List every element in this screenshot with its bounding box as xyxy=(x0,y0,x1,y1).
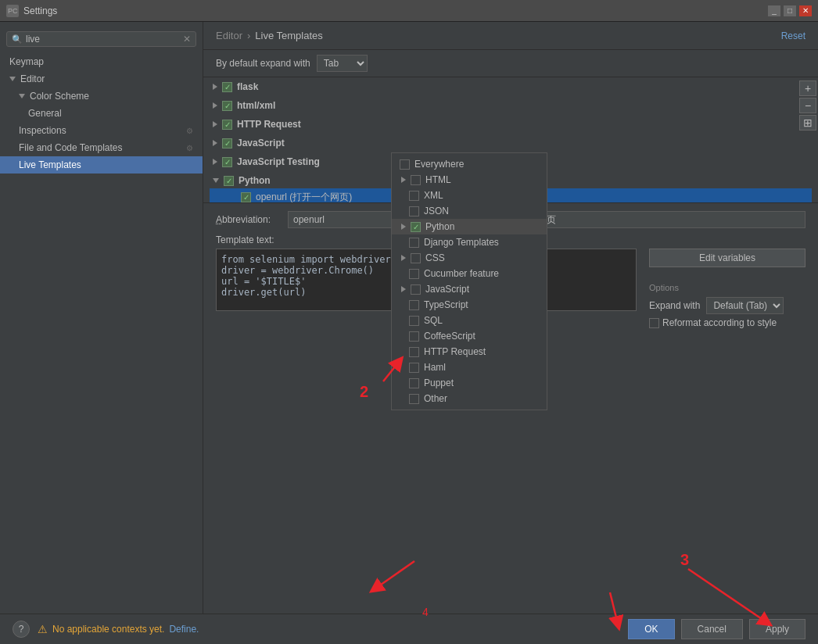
search-clear-icon[interactable]: ✕ xyxy=(183,34,191,45)
apply-button[interactable]: Apply xyxy=(749,619,805,639)
context-python[interactable]: Python xyxy=(392,219,547,234)
context-haml[interactable]: Haml xyxy=(392,360,547,375)
template-group-htmlxml: html/xml xyxy=(203,96,818,115)
collapse-icon xyxy=(213,178,219,183)
context-cucumber[interactable]: Cucumber feature xyxy=(392,266,547,281)
context-everywhere[interactable]: Everywhere xyxy=(392,156,547,172)
html-checkbox[interactable] xyxy=(411,175,421,185)
search-box[interactable]: 🔍 ✕ xyxy=(6,31,196,47)
context-sql[interactable]: SQL xyxy=(392,313,547,328)
group-name-flask: flask xyxy=(237,81,258,92)
context-typescript[interactable]: TypeScript xyxy=(392,297,547,313)
sidebar: 🔍 ✕ Keymap Editor Color Scheme General I… xyxy=(0,22,203,614)
maximize-button[interactable]: □ xyxy=(784,5,796,16)
context-coffee[interactable]: CoffeeScript xyxy=(392,328,547,344)
group-checkbox-js[interactable] xyxy=(222,138,232,148)
reset-button[interactable]: Reset xyxy=(781,30,805,41)
warning-row: ⚠ No applicable contexts yet. Define. xyxy=(38,623,199,635)
group-header-http[interactable]: HTTP Request xyxy=(210,116,812,132)
expand-icon xyxy=(401,177,406,183)
sidebar-item-keymap[interactable]: Keymap xyxy=(0,53,203,70)
context-httprequest[interactable]: HTTP Request xyxy=(392,344,547,360)
expand-select[interactable]: Tab Enter Space xyxy=(317,55,368,72)
context-popup: Everywhere HTML XML JSON Python Django T… xyxy=(391,152,547,410)
context-label-sql: SQL xyxy=(424,315,443,326)
everywhere-checkbox[interactable] xyxy=(400,159,410,170)
group-name-jstesting: JavaScript Testing xyxy=(237,156,320,167)
javascript-checkbox[interactable] xyxy=(411,284,421,295)
search-input[interactable] xyxy=(26,34,183,45)
context-label-python: Python xyxy=(425,221,454,232)
sql-checkbox[interactable] xyxy=(409,316,419,326)
group-header-flask[interactable]: flask xyxy=(210,79,812,95)
window-title: Settings xyxy=(23,5,763,16)
context-label-cucumber: Cucumber feature xyxy=(424,268,499,279)
xml-checkbox[interactable] xyxy=(409,191,419,201)
context-label-httprequest: HTTP Request xyxy=(424,346,486,357)
context-css[interactable]: CSS xyxy=(392,250,547,266)
breadcrumb-live-templates: Live Templates xyxy=(255,30,322,41)
sidebar-item-color-scheme[interactable]: Color Scheme xyxy=(0,88,203,105)
template-group-http: HTTP Request xyxy=(203,115,818,134)
json-checkbox[interactable] xyxy=(409,206,419,216)
sidebar-item-file-and-code[interactable]: File and Code Templates ⚙ xyxy=(0,139,203,156)
group-checkbox-jstesting[interactable] xyxy=(222,157,232,167)
context-other[interactable]: Other xyxy=(392,391,547,406)
add-template-button[interactable]: + xyxy=(799,80,816,96)
context-xml[interactable]: XML xyxy=(392,188,547,203)
ok-button[interactable]: OK xyxy=(628,619,674,639)
minimize-button[interactable]: _ xyxy=(768,5,780,16)
python-checkbox[interactable] xyxy=(411,222,421,232)
item-checkbox-openurl[interactable] xyxy=(241,192,251,202)
other-checkbox[interactable] xyxy=(409,394,419,404)
expand-with-row: Expand with Default (Tab) xyxy=(649,297,805,314)
sidebar-item-general[interactable]: General xyxy=(0,105,203,122)
context-label-xml: XML xyxy=(424,190,443,201)
abbreviation-input[interactable] xyxy=(288,211,397,228)
app-icon: PC xyxy=(6,5,19,17)
expand-with-select[interactable]: Default (Tab) xyxy=(706,297,784,314)
reformat-checkbox[interactable] xyxy=(649,318,659,328)
context-label-json: JSON xyxy=(424,206,449,216)
typescript-checkbox[interactable] xyxy=(409,300,419,310)
group-checkbox-htmlxml[interactable] xyxy=(222,101,232,111)
group-name-js: JavaScript xyxy=(237,138,285,148)
breadcrumb: Editor › Live Templates xyxy=(216,30,323,41)
warning-text: No applicable contexts yet. xyxy=(52,624,164,635)
close-button[interactable]: ✕ xyxy=(799,5,812,16)
django-checkbox[interactable] xyxy=(409,238,419,248)
context-html[interactable]: HTML xyxy=(392,172,547,188)
define-link[interactable]: Define. xyxy=(169,624,199,635)
group-header-js[interactable]: JavaScript xyxy=(210,135,812,151)
sidebar-item-live-templates[interactable]: Live Templates xyxy=(0,156,203,174)
context-label-django: Django Templates xyxy=(424,237,499,248)
edit-variables-button[interactable]: Edit variables xyxy=(649,249,805,267)
sidebar-item-inspections[interactable]: Inspections ⚙ xyxy=(0,122,203,139)
cancel-button[interactable]: Cancel xyxy=(681,619,743,639)
haml-checkbox[interactable] xyxy=(409,363,419,373)
options-title: Options xyxy=(649,283,805,292)
group-name-python: Python xyxy=(239,175,271,186)
context-json[interactable]: JSON xyxy=(392,203,547,219)
help-button[interactable]: ? xyxy=(13,621,30,638)
group-checkbox-python[interactable] xyxy=(224,176,234,186)
css-checkbox[interactable] xyxy=(411,253,421,263)
expand-label: By default expand with xyxy=(216,58,310,69)
remove-template-button[interactable]: − xyxy=(799,98,816,113)
context-django[interactable]: Django Templates xyxy=(392,234,547,250)
sidebar-item-editor[interactable]: Editor xyxy=(0,70,203,88)
coffee-checkbox[interactable] xyxy=(409,331,419,342)
sidebar-item-label: Inspections xyxy=(19,125,66,136)
expand-icon xyxy=(19,94,25,98)
context-javascript[interactable]: JavaScript xyxy=(392,281,547,297)
collapse-icon xyxy=(213,140,217,146)
group-checkbox-flask[interactable] xyxy=(222,82,232,92)
group-header-htmlxml[interactable]: html/xml xyxy=(210,98,812,113)
copy-template-button[interactable]: ⊞ xyxy=(799,115,816,131)
group-checkbox-http[interactable] xyxy=(222,120,232,130)
httprequest-checkbox[interactable] xyxy=(409,347,419,357)
context-puppet[interactable]: Puppet xyxy=(392,375,547,391)
cucumber-checkbox[interactable] xyxy=(409,269,419,279)
collapse-icon xyxy=(213,102,217,109)
puppet-checkbox[interactable] xyxy=(409,378,419,388)
